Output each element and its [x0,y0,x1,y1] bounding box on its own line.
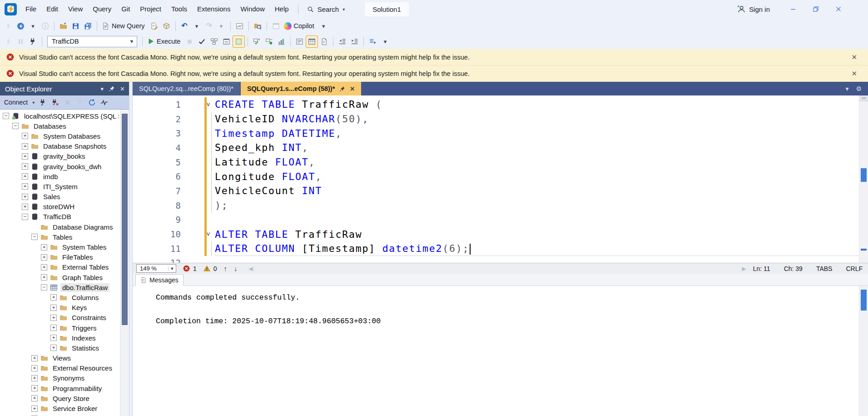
collapse-toggle[interactable]: − [31,234,38,240]
scroll-right-arrow-icon[interactable]: ▶ [742,266,746,272]
split-handle[interactable] [859,95,868,101]
toolbar-grip[interactable] [2,20,15,32]
expand-toggle[interactable]: + [41,274,47,281]
copilot-dropdown[interactable]: ▾ [317,20,330,32]
redo-dropdown[interactable]: ▾ [215,20,228,32]
expand-toggle[interactable]: + [50,345,57,351]
eol-indicator[interactable]: CRLF [846,265,863,272]
window-position-chevron-icon[interactable]: ▾ [101,86,104,92]
tree-item-graph-tables[interactable]: +Graph Tables [0,272,119,282]
tree-item-synonyms[interactable]: +Synonyms [0,373,119,383]
menu-window[interactable]: Window [235,0,269,18]
search-button[interactable]: Search ▾ [303,5,350,13]
close-icon[interactable]: ✕ [350,85,355,92]
tree-item-keys[interactable]: +Keys [0,303,119,313]
tree-item-database-diagrams[interactable]: Database Diagrams [0,222,119,232]
client-statistics-icon[interactable] [275,35,288,48]
code-line-12[interactable]: 12 [133,256,868,263]
pin-icon[interactable] [109,85,115,92]
error-count[interactable]: 1 [183,265,197,272]
horizontal-scrollbar[interactable]: ◀ ▶ [244,266,746,272]
code-line-6[interactable]: 6Longitude FLOAT, [133,169,868,184]
navigate-back-icon[interactable] [15,20,27,32]
activity-monitor-icon[interactable] [100,99,108,106]
tree-item-gravity-books-dwh[interactable]: +gravity_books_dwh [0,161,119,171]
tree-item-programmability[interactable]: +Programmability [0,383,119,393]
tree-item-query-store[interactable]: +Query Store [0,393,119,403]
tree-item-triggers[interactable]: +Triggers [0,323,119,333]
minimize-button[interactable] [782,0,804,18]
tree-item-gravity-books[interactable]: +gravity_books [0,151,119,161]
report-icon[interactable] [233,20,246,32]
chevron-down-icon[interactable]: ▼ [127,39,137,44]
tree-item-database-snapshots[interactable]: +Database Snapshots [0,141,119,151]
tree-item-iti-system[interactable]: +ITI_System [0,181,119,191]
expand-toggle[interactable]: + [31,406,38,412]
menu-file[interactable]: File [20,0,41,18]
collapse-toggle[interactable]: − [22,214,28,220]
scroll-left-arrow-icon[interactable]: ◀ [249,266,253,272]
code-line-3[interactable]: 3Timestamp DATETIME, [133,126,868,140]
scrollbar-thumb[interactable] [861,290,867,311]
decrease-indent-icon[interactable] [336,35,348,48]
menu-query[interactable]: Query [88,0,116,18]
code-line-2[interactable]: 2VehicleID NVARCHAR(50), [133,112,868,126]
menu-view[interactable]: View [63,0,88,18]
expand-toggle[interactable]: + [31,375,38,381]
collapse-toggle[interactable]: − [12,123,19,129]
tree-item-constraints[interactable]: +Constraints [0,313,119,323]
collapse-toggle[interactable]: − [41,284,47,291]
code-line-10[interactable]: 10>ALTER TABLE TrafficRaw [133,227,868,241]
actual-plan-icon[interactable] [263,35,275,48]
code-line-1[interactable]: 1>CREATE TABLE TrafficRaw ( [133,97,868,112]
expand-toggle[interactable]: + [50,335,57,341]
scrollbar-thumb[interactable] [861,168,867,182]
menu-edit[interactable]: Edit [41,0,63,18]
close-icon[interactable]: ✕ [851,53,857,61]
new-query-button[interactable]: New Query [100,20,148,32]
collapse-toggle[interactable]: − [3,113,9,119]
tree-item-trafficdb[interactable]: −TrafficDB [0,212,119,222]
expand-toggle[interactable]: + [22,204,28,210]
zoom-selector[interactable]: 149 % ▼ [136,264,176,273]
undo-icon[interactable]: ↶ [179,20,191,32]
previous-issue-icon[interactable]: ↑ [224,265,228,272]
tree-item-storedwh[interactable]: +storeDWH [0,202,119,212]
pause-icon[interactable] [15,35,27,48]
expand-toggle[interactable]: + [31,355,38,361]
expand-toggle[interactable]: + [41,244,47,251]
find-in-files-icon[interactable] [252,20,264,32]
open-file-icon[interactable] [57,20,69,32]
redo-icon[interactable]: ↷ [203,20,215,32]
tree-item-storage[interactable]: +Storage [0,414,119,416]
save-all-icon[interactable] [82,20,94,32]
editor-scrollbar[interactable] [859,95,868,263]
chevron-down-icon[interactable]: ▾ [32,100,35,105]
expand-toggle[interactable]: + [22,153,28,160]
menu-tools[interactable]: Tools [166,0,192,18]
query-options-icon[interactable] [220,35,233,48]
comment-icon[interactable] [293,35,306,48]
menu-git[interactable]: Git [116,0,135,18]
live-query-stats-icon[interactable] [233,35,245,48]
expand-toggle[interactable]: + [41,264,47,271]
properties-window-icon[interactable] [270,20,282,32]
tree-item-sales[interactable]: +Sales [0,192,119,202]
expand-toggle[interactable]: + [22,133,28,139]
tree-item-localhost-sqlexpress-sql-server-1[interactable]: −localhost\SQLEXPRESS (SQL Server 1 [0,111,119,121]
menu-project[interactable]: Project [135,0,166,18]
tree-item-columns[interactable]: +Columns [0,292,119,302]
code-line-7[interactable]: 7VehicleCount INT [133,184,868,198]
tree-item-service-broker[interactable]: +Service Broker [0,403,119,413]
change-connection-icon[interactable] [27,35,39,48]
expand-toggle[interactable]: + [31,365,38,371]
expand-toggle[interactable]: + [31,385,38,391]
new-query-doc-icon[interactable] [148,20,160,32]
results-to-grid-icon[interactable] [306,35,318,48]
tree-item-tables[interactable]: −Tables [0,232,119,242]
code-line-8[interactable]: 8); [133,198,868,213]
document-list-chevron-icon[interactable]: ▾ [845,85,848,92]
estimated-plan-icon[interactable] [208,35,220,48]
increase-indent-icon[interactable] [348,35,361,48]
refresh-icon[interactable] [88,99,96,106]
